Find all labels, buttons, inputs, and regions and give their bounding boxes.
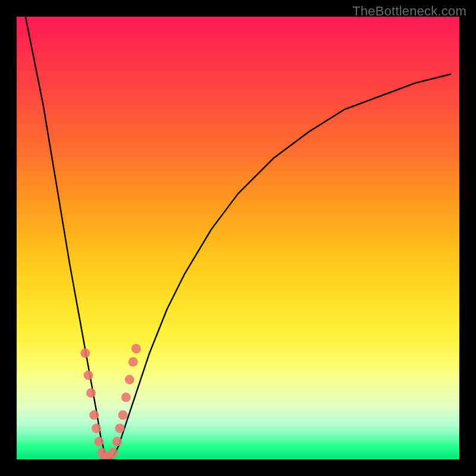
watermark-text: TheBottleneck.com bbox=[352, 4, 466, 19]
data-point-marker bbox=[80, 348, 90, 358]
chart-svg bbox=[17, 17, 459, 459]
data-point-marker bbox=[125, 375, 134, 384]
data-point-marker bbox=[108, 448, 118, 458]
data-point-marker bbox=[112, 437, 122, 446]
data-point-marker bbox=[92, 424, 101, 433]
data-point-marker bbox=[84, 371, 93, 380]
data-point-marker bbox=[129, 357, 138, 367]
highlighted-points bbox=[80, 344, 141, 459]
data-point-marker bbox=[118, 411, 128, 420]
data-point-marker bbox=[121, 393, 131, 402]
plot-area bbox=[17, 17, 459, 459]
data-point-marker bbox=[86, 388, 96, 397]
chart-frame: TheBottleneck.com bbox=[0, 0, 476, 476]
data-point-marker bbox=[131, 344, 141, 353]
data-point-marker bbox=[94, 437, 104, 446]
data-point-marker bbox=[115, 424, 124, 433]
data-point-marker bbox=[89, 411, 99, 420]
